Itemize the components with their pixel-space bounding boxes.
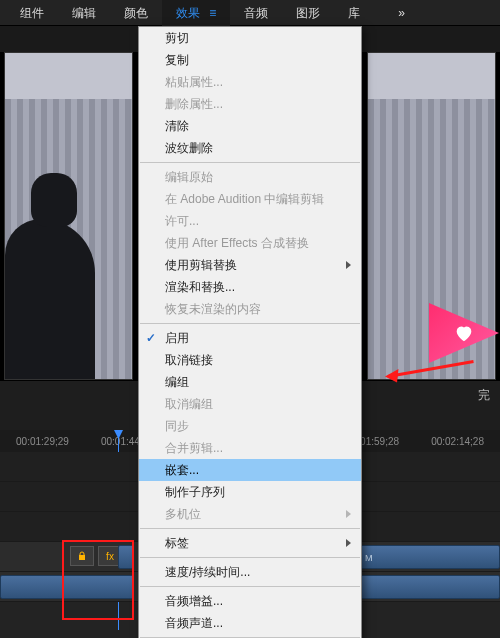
menu-graphics[interactable]: 图形 (282, 0, 334, 26)
menu-item[interactable]: 标签 (139, 532, 361, 554)
menu-separator (140, 557, 360, 558)
menu-item-label: 制作子序列 (165, 485, 225, 499)
menu-item[interactable]: 嵌套... (139, 459, 361, 481)
menu-item[interactable]: 音频增益... (139, 590, 361, 612)
menu-item[interactable]: ✓启用 (139, 327, 361, 349)
menu-library[interactable]: 库 (334, 0, 374, 26)
menu-item-label: 同步 (165, 419, 189, 433)
preview-right (367, 52, 496, 380)
menu-item-label: 恢复未渲染的内容 (165, 302, 261, 316)
time-tick: 00:01:29;29 (0, 436, 85, 447)
menu-item: 编辑原始 (139, 166, 361, 188)
preview-subject (5, 219, 95, 379)
clip[interactable] (360, 575, 500, 599)
menu-item-label: 复制 (165, 53, 189, 67)
preview-left (4, 52, 133, 380)
menu-separator (140, 528, 360, 529)
menu-item-label: 删除属性... (165, 97, 223, 111)
menu-item: 删除属性... (139, 93, 361, 115)
clip[interactable] (0, 575, 134, 599)
menu-item: 合并剪辑... (139, 437, 361, 459)
menu-item-label: 取消链接 (165, 353, 213, 367)
fit-label: 完 (478, 387, 490, 404)
menu-item: 使用 After Effects 合成替换 (139, 232, 361, 254)
clip[interactable] (118, 545, 134, 569)
menu-item[interactable]: 编组 (139, 371, 361, 393)
menu-item-label: 粘贴属性... (165, 75, 223, 89)
menu-edit[interactable]: 编辑 (58, 0, 110, 26)
menu-item: 同步 (139, 415, 361, 437)
menu-item-label: 渲染和替换... (165, 280, 235, 294)
menu-item: 许可... (139, 210, 361, 232)
menu-item[interactable]: 制作子序列 (139, 481, 361, 503)
check-icon: ✓ (146, 330, 156, 346)
menu-item: 取消编组 (139, 393, 361, 415)
menu-item: 恢复未渲染的内容 (139, 298, 361, 320)
menu-item-label: 使用剪辑替换 (165, 258, 237, 272)
context-menu: 剪切复制粘贴属性...删除属性...清除波纹删除编辑原始在 Adobe Audi… (138, 26, 362, 638)
lock-icon (77, 551, 87, 561)
menu-item-label: 合并剪辑... (165, 441, 223, 455)
menu-item[interactable]: 取消链接 (139, 349, 361, 371)
menu-separator (140, 586, 360, 587)
clip[interactable]: M (360, 545, 500, 569)
menu-item[interactable]: 波纹删除 (139, 137, 361, 159)
menu-item[interactable]: 渲染和替换... (139, 276, 361, 298)
menu-item-label: 多机位 (165, 507, 201, 521)
menu-item[interactable]: 使用剪辑替换 (139, 254, 361, 276)
menu-item: 在 Adobe Audition 中编辑剪辑 (139, 188, 361, 210)
menu-item[interactable]: 音频声道... (139, 612, 361, 634)
menu-item-label: 波纹删除 (165, 141, 213, 155)
menu-item[interactable]: 速度/持续时间... (139, 561, 361, 583)
menu-item-label: 清除 (165, 119, 189, 133)
menu-item: 粘贴属性... (139, 71, 361, 93)
svg-rect-0 (79, 555, 85, 560)
menu-audio[interactable]: 音频 (230, 0, 282, 26)
menu-item-label: 剪切 (165, 31, 189, 45)
menu-item-label: 标签 (165, 536, 189, 550)
menu-effects-label: 效果 (176, 6, 200, 20)
menu-item-label: 编组 (165, 375, 189, 389)
menu-separator (140, 323, 360, 324)
menu-item-label: 嵌套... (165, 463, 199, 477)
menu-item-label: 编辑原始 (165, 170, 213, 184)
heart-icon (453, 322, 475, 344)
menu-effects[interactable]: 效果 ≡ (162, 0, 230, 26)
menu-item[interactable]: 剪切 (139, 27, 361, 49)
menu-item-label: 音频增益... (165, 594, 223, 608)
menu-item-label: 在 Adobe Audition 中编辑剪辑 (165, 192, 324, 206)
menu-color[interactable]: 颜色 (110, 0, 162, 26)
menu-components[interactable]: 组件 (6, 0, 58, 26)
time-tick: 00:02:14;28 (415, 436, 500, 447)
menu-item: 多机位 (139, 503, 361, 525)
menu-item-label: 取消编组 (165, 397, 213, 411)
menu-more[interactable]: » (384, 0, 419, 26)
menu-item-label: 许可... (165, 214, 199, 228)
menu-item[interactable]: 清除 (139, 115, 361, 137)
menu-item-label: 速度/持续时间... (165, 565, 250, 579)
menu-separator (140, 162, 360, 163)
menubar: 组件 编辑 颜色 效果 ≡ 音频 图形 库 » (0, 0, 500, 26)
track-toggle-fx[interactable] (70, 546, 94, 566)
menu-item-label: 启用 (165, 331, 189, 345)
menu-item[interactable]: 复制 (139, 49, 361, 71)
menu-indicator: ≡ (209, 6, 216, 20)
menu-item-label: 音频声道... (165, 616, 223, 630)
menu-item-label: 使用 After Effects 合成替换 (165, 236, 309, 250)
